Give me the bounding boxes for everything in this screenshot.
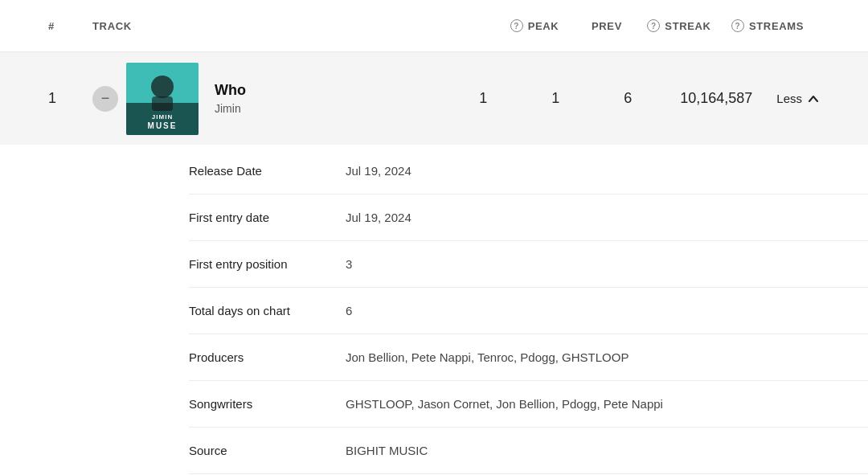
detail-first-entry-position: First entry position 3 xyxy=(189,241,868,288)
svg-text:MUSE: MUSE xyxy=(148,121,178,130)
producers-value: Jon Bellion, Pete Nappi, Tenroc, Pdogg, … xyxy=(346,350,820,364)
track-title: Who xyxy=(215,82,447,99)
source-label: Source xyxy=(189,444,346,457)
release-date-label: Release Date xyxy=(189,164,346,178)
streak-help-icon[interactable]: ? xyxy=(647,19,660,32)
less-button[interactable]: Less xyxy=(776,92,820,105)
streak-value: 6 xyxy=(592,90,664,107)
track-row: 1 − JIMIN MUSE Who Jimin 1 1 6 10,164,58… xyxy=(0,52,868,145)
streams-value: 10,164,587 xyxy=(664,90,768,107)
detail-total-days: Total days on chart 6 xyxy=(189,288,868,334)
header-prev: Prev xyxy=(571,20,643,32)
header-columns: ? Peak Prev ? Streak ? Streams xyxy=(498,19,820,32)
producers-label: Producers xyxy=(189,350,346,364)
detail-source: Source BIGHIT MUSIC xyxy=(189,428,868,474)
streams-help-icon[interactable]: ? xyxy=(731,19,744,32)
header-track: TRACK xyxy=(92,20,498,32)
total-days-label: Total days on chart xyxy=(189,304,346,317)
source-value: BIGHIT MUSIC xyxy=(346,444,820,457)
peak-help-icon[interactable]: ? xyxy=(510,19,523,32)
prev-value: 1 xyxy=(519,90,592,107)
header-hash: # xyxy=(48,20,92,32)
first-entry-date-value: Jul 19, 2024 xyxy=(346,211,820,224)
first-entry-position-value: 3 xyxy=(346,257,820,271)
total-days-value: 6 xyxy=(346,304,820,317)
collapse-button[interactable]: − xyxy=(92,86,118,112)
header-peak: ? Peak xyxy=(498,19,571,32)
first-entry-date-label: First entry date xyxy=(189,211,346,224)
track-stats: 1 1 6 10,164,587 Less xyxy=(447,90,820,107)
track-artist: Jimin xyxy=(215,102,447,115)
track-info: Who Jimin xyxy=(215,82,447,115)
chevron-up-icon xyxy=(807,92,820,105)
svg-point-2 xyxy=(151,76,174,98)
table-header: # TRACK ? Peak Prev ? Streak ? Streams xyxy=(0,0,868,52)
release-date-value: Jul 19, 2024 xyxy=(346,164,820,178)
header-streak: ? Streak xyxy=(643,19,715,32)
detail-producers: Producers Jon Bellion, Pete Nappi, Tenro… xyxy=(189,334,868,381)
svg-text:JIMIN: JIMIN xyxy=(152,113,173,121)
album-art: JIMIN MUSE xyxy=(126,63,199,135)
detail-first-entry-date: First entry date Jul 19, 2024 xyxy=(189,195,868,241)
detail-release-date: Release Date Jul 19, 2024 xyxy=(189,145,868,195)
header-streams: ? Streams xyxy=(715,19,820,32)
first-entry-position-label: First entry position xyxy=(189,257,346,271)
songwriters-value: GHSTLOOP, Jason Cornet, Jon Bellion, Pdo… xyxy=(346,397,820,411)
peak-value: 1 xyxy=(447,90,519,107)
songwriters-label: Songwriters xyxy=(189,397,346,411)
details-section: Release Date Jul 19, 2024 First entry da… xyxy=(0,145,868,474)
svg-rect-3 xyxy=(152,96,173,111)
track-rank: 1 xyxy=(48,90,92,107)
detail-songwriters: Songwriters GHSTLOOP, Jason Cornet, Jon … xyxy=(189,381,868,428)
